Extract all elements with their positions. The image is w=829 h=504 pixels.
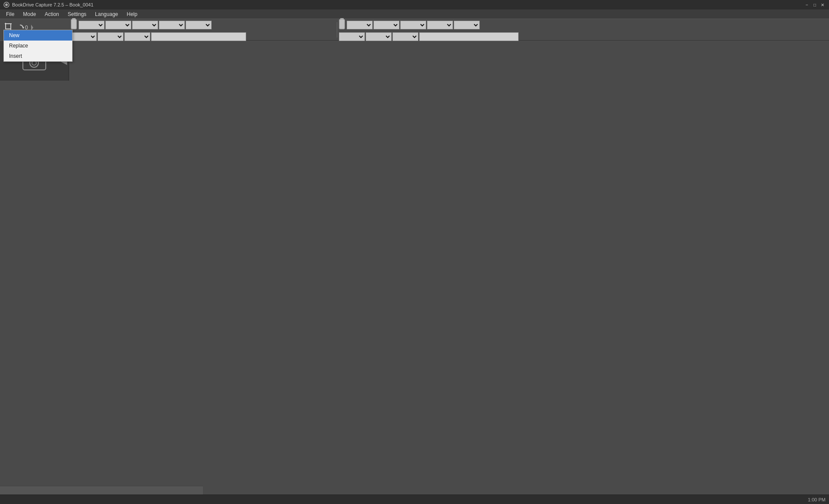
status-time: 1:00 PM [808,497,826,502]
bottom-panel-left [0,486,203,495]
right-battery-icon [339,18,345,32]
right-cam-select5[interactable] [454,21,480,29]
title-bar: BookDrive Capture 7.2.5 – Book_0041 − □ … [0,0,829,9]
left-cam-select5[interactable] [186,21,212,29]
restore-button[interactable]: □ [812,2,818,8]
status-bar: 1:00 PM [0,495,829,504]
left-cam-select1[interactable] [79,21,104,29]
left-toolbar-strip: New Replace Insert [0,19,69,41]
main-content-area [0,81,829,495]
left-camera-row1 [71,18,335,32]
svg-rect-2 [6,24,11,29]
right-cam-select2[interactable] [373,21,399,29]
menu-item-insert[interactable]: Insert [4,51,72,61]
left-cam-select4[interactable] [159,21,185,29]
right-cam-select7[interactable] [366,32,392,41]
title-bar-controls: − □ ✕ [804,2,826,8]
minimize-button[interactable]: − [804,2,810,8]
close-button[interactable]: ✕ [820,2,826,8]
right-cam-input[interactable] [419,32,519,41]
left-cam-input[interactable] [151,32,246,41]
svg-rect-12 [339,19,345,29]
right-camera-row2 [339,32,827,41]
left-camera-controls [69,17,337,42]
menu-item-replace[interactable]: Replace [4,41,72,51]
right-cam-select1[interactable] [347,21,373,29]
right-camera-row1 [339,18,827,32]
bottom-panels [0,486,829,495]
left-cam-select7[interactable] [98,32,123,41]
right-cam-select3[interactable] [400,21,426,29]
toolbar-region: New Replace Insert [0,19,829,41]
menu-mode[interactable]: Mode [19,9,40,19]
left-cam-select3[interactable] [132,21,158,29]
bottom-panel-center [203,486,829,495]
window-title: BookDrive Capture 7.2.5 – Book_0041 [12,2,93,7]
svg-point-1 [5,3,8,6]
right-cam-select6[interactable] [339,32,365,41]
right-camera-controls [337,17,829,42]
left-camera-row2 [71,32,335,41]
right-cam-select4[interactable] [427,21,453,29]
title-bar-left: BookDrive Capture 7.2.5 – Book_0041 [3,2,93,8]
right-cam-select8[interactable] [392,32,418,41]
menu-action[interactable]: Action [40,9,63,19]
svg-marker-7 [23,26,24,29]
left-cam-select2[interactable] [105,21,131,29]
svg-rect-10 [71,19,76,29]
menu-item-new[interactable]: New [4,30,72,41]
left-cam-select6[interactable] [71,32,97,41]
app-icon [3,2,9,8]
menu-file[interactable]: File [2,9,19,19]
capture-mode-dropdown: New Replace Insert [3,30,73,62]
left-cam-select8[interactable] [124,32,150,41]
